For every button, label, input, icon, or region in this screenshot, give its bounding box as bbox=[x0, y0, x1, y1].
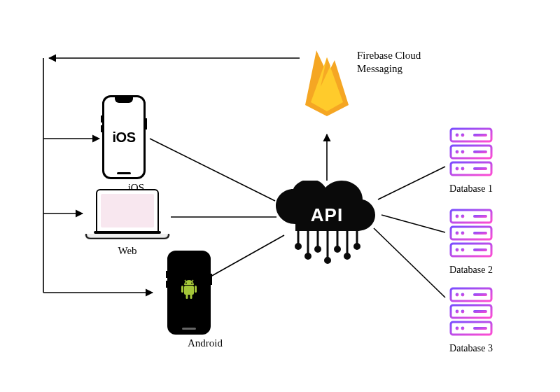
svg-point-13 bbox=[191, 283, 192, 284]
svg-rect-39 bbox=[473, 150, 487, 153]
svg-point-37 bbox=[456, 150, 459, 154]
svg-point-58 bbox=[456, 293, 459, 297]
server-icon bbox=[447, 126, 496, 178]
android-device-icon bbox=[167, 251, 211, 335]
svg-rect-63 bbox=[473, 310, 487, 313]
svg-point-65 bbox=[461, 327, 465, 330]
api-cloud-icon: API bbox=[274, 181, 379, 247]
svg-line-8 bbox=[382, 215, 445, 232]
svg-rect-19 bbox=[186, 294, 188, 299]
client-web: Web bbox=[85, 189, 169, 257]
client-android: Android bbox=[155, 251, 223, 349]
svg-point-41 bbox=[461, 167, 465, 171]
svg-point-62 bbox=[461, 310, 465, 314]
svg-rect-16 bbox=[184, 286, 194, 295]
svg-rect-42 bbox=[473, 167, 487, 170]
database-3-label: Database 3 bbox=[447, 343, 496, 354]
ios-screen-text: iOS bbox=[113, 130, 136, 146]
svg-rect-36 bbox=[473, 134, 487, 136]
svg-rect-66 bbox=[473, 327, 487, 330]
svg-rect-51 bbox=[473, 232, 487, 234]
svg-point-53 bbox=[461, 248, 465, 252]
ios-device-icon: iOS bbox=[102, 95, 146, 179]
svg-point-52 bbox=[456, 248, 459, 252]
svg-point-46 bbox=[456, 215, 459, 218]
svg-point-59 bbox=[461, 293, 465, 297]
android-robot-icon bbox=[179, 279, 199, 306]
svg-point-50 bbox=[461, 232, 465, 235]
svg-point-24 bbox=[326, 258, 330, 263]
server-icon bbox=[447, 207, 496, 259]
svg-point-12 bbox=[186, 283, 187, 284]
server-icon bbox=[447, 286, 496, 337]
architecture-diagram: iOS iOS Web bbox=[0, 0, 560, 392]
svg-point-27 bbox=[355, 244, 360, 249]
svg-point-26 bbox=[345, 254, 350, 259]
svg-line-14 bbox=[185, 280, 186, 282]
database-3: Database 3 bbox=[447, 286, 496, 354]
database-1: Database 1 bbox=[447, 126, 496, 195]
firebase-node bbox=[300, 45, 354, 123]
database-2: Database 2 bbox=[447, 207, 496, 276]
svg-point-47 bbox=[461, 215, 465, 218]
svg-line-15 bbox=[192, 280, 193, 282]
svg-point-38 bbox=[461, 150, 465, 154]
svg-point-40 bbox=[456, 167, 459, 171]
svg-point-21 bbox=[296, 244, 301, 249]
svg-line-9 bbox=[374, 228, 445, 298]
svg-point-23 bbox=[316, 247, 321, 252]
svg-rect-20 bbox=[190, 294, 192, 299]
svg-line-7 bbox=[378, 167, 445, 200]
svg-point-34 bbox=[456, 134, 459, 137]
svg-rect-54 bbox=[473, 248, 487, 251]
svg-point-49 bbox=[456, 232, 459, 235]
android-label: Android bbox=[188, 337, 223, 349]
client-ios: iOS iOS bbox=[102, 95, 146, 194]
svg-rect-48 bbox=[473, 215, 487, 218]
svg-point-61 bbox=[456, 310, 459, 314]
svg-point-25 bbox=[335, 247, 340, 252]
laptop-icon bbox=[85, 189, 169, 239]
api-label: API bbox=[274, 204, 379, 226]
svg-point-35 bbox=[461, 134, 465, 137]
svg-point-22 bbox=[306, 254, 311, 259]
database-1-label: Database 1 bbox=[447, 183, 496, 195]
svg-rect-17 bbox=[181, 286, 183, 293]
database-2-label: Database 2 bbox=[447, 265, 496, 276]
svg-rect-18 bbox=[195, 286, 197, 293]
api-node: API bbox=[274, 181, 379, 247]
firebase-label: Firebase Cloud Messaging bbox=[357, 49, 421, 76]
svg-rect-60 bbox=[473, 293, 487, 296]
svg-point-64 bbox=[456, 327, 459, 330]
firebase-icon bbox=[300, 45, 354, 120]
